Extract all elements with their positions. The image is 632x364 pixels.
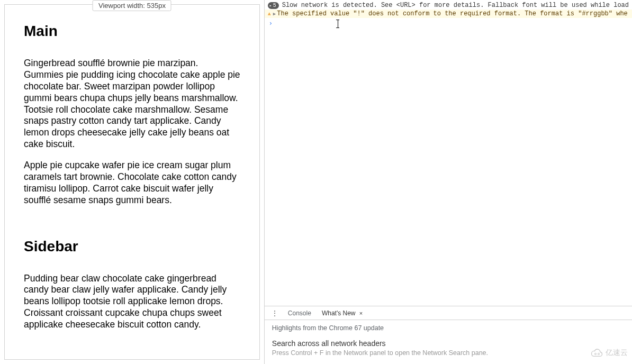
console-info-row[interactable]: 5 Slow network is detected. See <URL> fo… xyxy=(265,1,632,10)
drawer-highlight-text: Highlights from the Chrome 67 update xyxy=(272,324,625,332)
tab-console[interactable]: Console xyxy=(283,306,317,320)
tab-whats-new-label: What's New xyxy=(322,310,356,317)
svg-point-0 xyxy=(595,353,597,355)
viewport-width-badge: Viewport width: 535px xyxy=(93,0,171,11)
main-heading: Main xyxy=(24,23,240,40)
sidebar-paragraph-1: Pudding bear claw chocolate cake gingerb… xyxy=(24,273,240,331)
sidebar-heading: Sidebar xyxy=(24,238,240,255)
console-warning-row[interactable]: ▲ ▶ The specified value "!" does not con… xyxy=(265,10,632,18)
viewport-panel: Viewport width: 535px Main Gingerbread s… xyxy=(0,0,265,364)
message-count-badge: 5 xyxy=(268,2,279,9)
warning-icon: ▲ xyxy=(268,11,271,17)
drawer-section-subtitle: Press Control + F in the Network panel t… xyxy=(272,349,625,357)
watermark: 亿速云 xyxy=(590,348,628,358)
svg-point-1 xyxy=(598,353,600,355)
console-info-text: Slow network is detected. See <URL> for … xyxy=(282,2,629,9)
devtools-drawer: ⋮ Console What's New × Highlights from t… xyxy=(265,306,632,364)
tab-whats-new[interactable]: What's New × xyxy=(317,306,368,320)
page-content-frame: Main Gingerbread soufflé brownie pie mar… xyxy=(4,4,260,360)
drawer-tabbar: ⋮ Console What's New × xyxy=(265,306,632,320)
devtools-panel: 5 Slow network is detected. See <URL> fo… xyxy=(265,0,632,364)
drawer-section-title[interactable]: Search across all network headers xyxy=(272,339,625,348)
console-warning-text: The specified value "!" does not conform… xyxy=(277,10,628,17)
cloud-icon xyxy=(590,348,603,358)
watermark-text: 亿速云 xyxy=(606,348,628,358)
main-paragraph-2: Apple pie cupcake wafer pie ice cream su… xyxy=(24,160,240,206)
kebab-menu-icon[interactable]: ⋮ xyxy=(267,310,283,317)
drawer-content: Highlights from the Chrome 67 update Sea… xyxy=(265,320,632,364)
expand-arrow-icon[interactable]: ▶ xyxy=(273,11,276,17)
close-icon[interactable]: × xyxy=(359,310,363,316)
console-prompt[interactable]: › xyxy=(265,18,632,29)
console-messages[interactable]: 5 Slow network is detected. See <URL> fo… xyxy=(265,0,632,306)
main-paragraph-1: Gingerbread soufflé brownie pie marzipan… xyxy=(24,58,240,150)
